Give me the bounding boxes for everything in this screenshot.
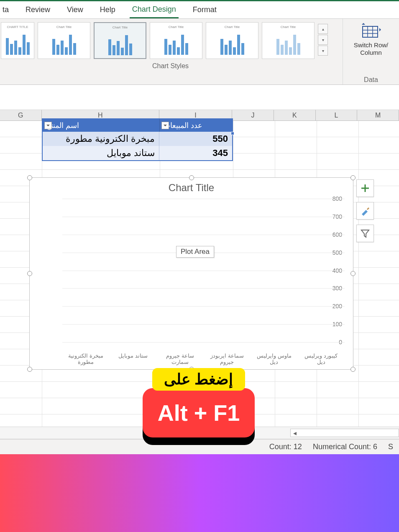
- table-header-sales[interactable]: عدد المبيعات: [160, 119, 233, 132]
- spin-up-icon[interactable]: ▴: [318, 24, 328, 34]
- spin-more-icon[interactable]: ▾: [318, 46, 328, 56]
- tab-chart-design[interactable]: Chart Design: [130, 2, 179, 18]
- brush-icon: [360, 206, 370, 216]
- resize-handle[interactable]: [27, 367, 32, 372]
- resize-handle[interactable]: [27, 175, 32, 180]
- table-header-product[interactable]: اسم المنتج: [43, 119, 160, 132]
- table-cell[interactable]: ستاند موبايل: [43, 146, 159, 160]
- overlay-red-label: Alt + F1: [143, 388, 255, 437]
- switch-row-column-button[interactable]: Switch Row/ Column: [354, 41, 389, 56]
- col-header-k[interactable]: K: [274, 110, 316, 120]
- resize-handle[interactable]: [27, 271, 32, 276]
- resize-handle[interactable]: [350, 271, 356, 276]
- plus-icon: [360, 183, 370, 193]
- chart-object[interactable]: Chart Title 0100200300400500600700800مبخ…: [29, 177, 353, 370]
- chart-style-1[interactable]: CHART TITLE: [1, 22, 34, 59]
- resize-handle[interactable]: [189, 175, 194, 180]
- formula-bar-area: [0, 85, 399, 110]
- x-axis-label: مبخرة الكترونية مطورة: [66, 353, 106, 366]
- chart-style-6[interactable]: Chart Title: [262, 22, 315, 59]
- x-axis-label: سماعة ايربودز جيروم: [207, 353, 247, 366]
- ribbon-body: CHART TITLE Chart Title Chart Title Char…: [0, 19, 399, 85]
- x-axis-label: ماوس وايرليس ديل: [254, 353, 294, 366]
- status-more: S: [388, 442, 393, 451]
- col-header-l[interactable]: L: [316, 110, 358, 120]
- col-header-g[interactable]: G: [0, 110, 42, 120]
- scroll-left-icon[interactable]: ◂: [291, 429, 299, 437]
- x-axis-label: ساعة جيروم سمارت: [160, 353, 200, 366]
- data-table[interactable]: اسم المنتج عدد المبيعات مبخرة الكترونية …: [42, 118, 233, 161]
- instruction-overlay: إضغط على Alt + F1: [125, 368, 272, 437]
- table-cell[interactable]: 550: [159, 132, 232, 146]
- chart-styles-button[interactable]: [356, 202, 374, 220]
- table-header-sales-label: عدد المبيعات: [163, 121, 202, 130]
- plot-area[interactable]: 0100200300400500600700800مبخرة الكترونية…: [42, 199, 345, 342]
- tab-view[interactable]: View: [64, 2, 86, 18]
- svg-rect-0: [363, 26, 378, 37]
- selection-handle[interactable]: [231, 132, 234, 135]
- tab-help[interactable]: Help: [97, 2, 118, 18]
- col-header-j[interactable]: J: [232, 110, 274, 120]
- group-label-chart-styles: Chart Styles: [1, 62, 340, 70]
- filter-dropdown-icon[interactable]: [161, 122, 169, 129]
- plot-area-tooltip: Plot Area: [176, 246, 214, 258]
- group-label-data: Data: [364, 76, 378, 84]
- col-header-m[interactable]: M: [357, 110, 399, 120]
- chart-style-4[interactable]: Chart Title: [150, 22, 202, 59]
- overlay-yellow-label: إضغط على: [152, 368, 245, 391]
- filter-dropdown-icon[interactable]: [44, 122, 52, 129]
- chart-style-2[interactable]: Chart Title: [38, 22, 90, 59]
- status-count: Count: 12: [269, 442, 302, 451]
- chart-style-3-selected[interactable]: Chart Title: [94, 22, 146, 59]
- x-axis-label: كيبورد ويرليس ديل: [302, 353, 341, 366]
- x-axis-label: ستاند موبايل: [113, 353, 153, 366]
- spin-down-icon[interactable]: ▾: [318, 35, 328, 45]
- decorative-gradient: [0, 454, 399, 532]
- status-bar: Count: 12 Numerical Count: 6 S: [0, 439, 399, 454]
- resize-handle[interactable]: [350, 367, 356, 372]
- resize-handle[interactable]: [350, 175, 356, 180]
- chart-styles-spinner[interactable]: ▴ ▾ ▾: [318, 24, 329, 56]
- switch-row-column-icon[interactable]: [361, 23, 381, 40]
- tab-review[interactable]: Review: [23, 2, 53, 18]
- tab-data[interactable]: ta: [0, 2, 11, 18]
- ribbon-tabs: ta Review View Help Chart Design Format: [0, 1, 399, 19]
- status-numerical-count: Numerical Count: 6: [313, 442, 377, 451]
- chart-filters-button[interactable]: [356, 225, 374, 242]
- tab-format[interactable]: Format: [190, 2, 219, 18]
- table-cell[interactable]: مبخرة الكترونية مطورة: [43, 132, 159, 146]
- chart-elements-button[interactable]: [356, 179, 374, 197]
- chart-title[interactable]: Chart Title: [30, 178, 353, 196]
- funnel-icon: [360, 228, 370, 238]
- table-cell[interactable]: 345: [159, 146, 232, 160]
- chart-style-5[interactable]: Chart Title: [206, 22, 258, 59]
